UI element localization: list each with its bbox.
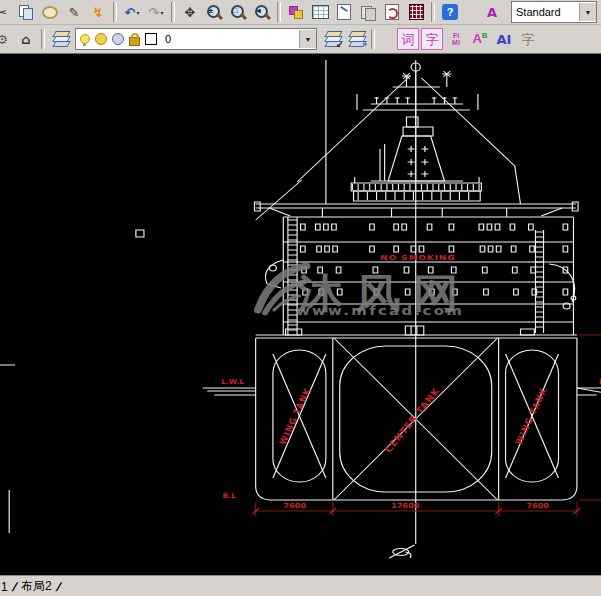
wing-tank-starboard-label: WING TANK bbox=[513, 386, 549, 446]
centerline-symbol bbox=[389, 545, 414, 558]
word-text-tool[interactable]: 词 bbox=[397, 28, 419, 50]
properties-icon[interactable] bbox=[285, 1, 307, 23]
layout-tab-bar: 1 / 布局2 / bbox=[0, 575, 601, 596]
right-dimensions: 13600 19400 bbox=[579, 332, 601, 503]
no-smoking-label: NO SMOKING bbox=[380, 253, 455, 262]
layers-toolbar-right: ↙●词字FIMIABAI字 bbox=[320, 28, 540, 50]
toolbar-separator bbox=[113, 2, 117, 22]
toolbar-separator bbox=[277, 2, 281, 22]
starboard-davit bbox=[549, 264, 574, 302]
grip-point[interactable] bbox=[136, 230, 144, 237]
dim-7600-starboard: 7600 bbox=[527, 502, 549, 510]
gear-icon[interactable]: ⚙ bbox=[0, 28, 13, 50]
layer-state-icons bbox=[80, 33, 157, 46]
help-icon[interactable]: ? bbox=[439, 1, 461, 23]
zoom-realtime-icon[interactable]: ± bbox=[203, 1, 225, 23]
lwl-label-port: L.W.L bbox=[221, 378, 244, 385]
starboard-ladder bbox=[535, 232, 543, 327]
bl-label-port: B.L bbox=[223, 492, 237, 499]
tab-layout2[interactable]: 布局2 bbox=[20, 578, 53, 595]
toolbar-separator bbox=[371, 29, 375, 49]
brush-icon[interactable]: ✎ bbox=[63, 1, 85, 23]
cut-icon[interactable]: ✂ bbox=[0, 1, 13, 23]
text-style-icon[interactable]: A bbox=[481, 1, 503, 23]
toolbar-separator bbox=[41, 29, 45, 49]
plot-stamp-icon[interactable]: ⌂ bbox=[15, 28, 37, 50]
zoom-window-icon[interactable]: □ bbox=[227, 1, 249, 23]
tab-layout1-partial[interactable]: 1 bbox=[0, 580, 9, 594]
layer-previous-icon[interactable]: ↙ bbox=[321, 28, 343, 50]
ai-text-tool[interactable]: AI bbox=[493, 28, 515, 50]
layers-manager-icon[interactable] bbox=[49, 28, 71, 50]
text-style-combo[interactable]: Standard ▼ bbox=[511, 1, 597, 23]
drawing-canvas[interactable]: NO SMOKING bbox=[0, 54, 601, 575]
layer-color-swatch[interactable] bbox=[145, 33, 157, 45]
layers-toolbar: ⚙⌂ 0 ▼ ↙●词字FIMIABAI字 bbox=[0, 25, 601, 54]
paste-icon[interactable] bbox=[39, 1, 61, 23]
layer-on-icon[interactable] bbox=[80, 34, 90, 44]
wing-tank-port: WING TANK bbox=[273, 350, 326, 482]
undo-button[interactable]: ↶▾ bbox=[121, 1, 143, 23]
dim-17600-center: 17600 bbox=[391, 502, 419, 510]
antenna-left bbox=[402, 73, 411, 87]
fimi-text-tool[interactable]: FIMI bbox=[445, 28, 467, 50]
current-layer-name: 0 bbox=[165, 33, 171, 45]
table-icon[interactable] bbox=[309, 1, 331, 23]
layer-thaw-icon[interactable] bbox=[95, 33, 107, 45]
text-style-value: Standard bbox=[516, 6, 561, 18]
dim-7600-port: 7600 bbox=[284, 502, 306, 510]
wheelhouse bbox=[354, 191, 481, 201]
toolbar-separator bbox=[171, 2, 175, 22]
layer-lock-icon[interactable] bbox=[129, 37, 140, 46]
text-style-dropdown-arrow[interactable]: ▼ bbox=[579, 3, 596, 21]
stay-port-lower bbox=[256, 180, 302, 220]
pan-icon[interactable]: ✥ bbox=[179, 1, 201, 23]
layer-combo[interactable]: 0 ▼ bbox=[75, 28, 317, 50]
calculator-icon[interactable] bbox=[405, 1, 427, 23]
layers-toolbar-left: ⚙⌂ bbox=[0, 28, 72, 50]
ship-front-elevation-drawing: NO SMOKING bbox=[0, 54, 601, 575]
tab-divider: / bbox=[54, 580, 63, 594]
copy-icon[interactable] bbox=[15, 1, 37, 23]
toolbar-separator bbox=[431, 2, 435, 22]
char-text-tool[interactable]: 字 bbox=[421, 28, 443, 50]
publish-icon[interactable] bbox=[381, 1, 403, 23]
antenna-right bbox=[442, 71, 451, 87]
center-tank-label: CENTER TANK bbox=[382, 386, 442, 455]
layer-vpfreeze-icon[interactable] bbox=[112, 33, 124, 45]
ab-align-tool[interactable]: AB bbox=[469, 28, 491, 50]
mixed-text-tool[interactable]: 字 bbox=[517, 28, 539, 50]
watermark-url: www.mfcad.com bbox=[296, 303, 464, 318]
wing-tank-starboard: WING TANK bbox=[506, 350, 559, 482]
tab-divider: / bbox=[10, 580, 19, 594]
tower-rungs bbox=[408, 146, 429, 177]
layer-states-icon[interactable]: ● bbox=[345, 28, 367, 50]
standard-toolbar: ✂✎↯↶▾↷▾✥±□◂?A Standard ▼ bbox=[0, 0, 601, 25]
match-properties-icon[interactable]: ↯ bbox=[87, 1, 109, 23]
zoom-previous-icon[interactable]: ◂ bbox=[251, 1, 273, 23]
wheelhouse-windows bbox=[358, 192, 469, 200]
stay-starboard bbox=[421, 78, 520, 204]
standard-toolbar-items: ✂✎↯↶▾↷▾✥±□◂?A bbox=[0, 1, 504, 23]
redo-button[interactable]: ↷▾ bbox=[145, 1, 167, 23]
markup-set-icon[interactable] bbox=[357, 1, 379, 23]
sheet-set-icon[interactable] bbox=[333, 1, 355, 23]
wing-tank-port-label: WING TANK bbox=[277, 386, 313, 446]
layer-dropdown-arrow[interactable]: ▼ bbox=[299, 30, 316, 48]
cad-application-window: ✂✎↯↶▾↷▾✥±□◂?A Standard ▼ ⚙⌂ 0 ▼ ↙●词字FIMI… bbox=[0, 0, 601, 596]
bridge-railing bbox=[352, 184, 479, 190]
